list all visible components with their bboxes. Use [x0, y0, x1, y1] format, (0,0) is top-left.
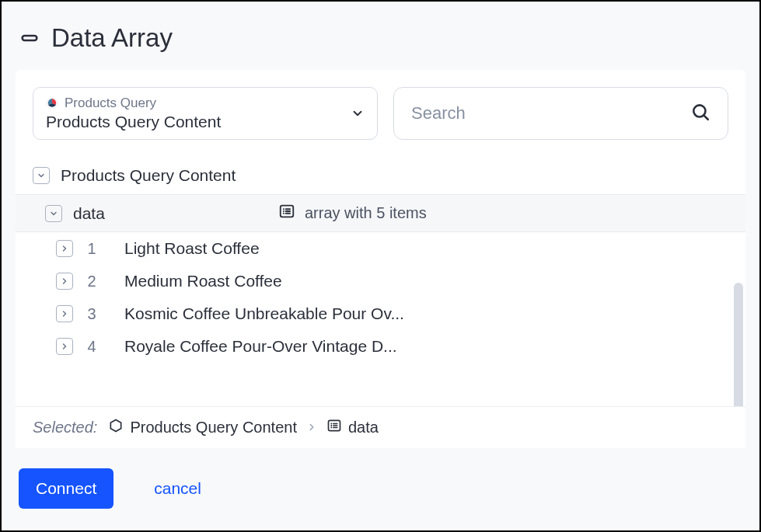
scrollbar[interactable]	[734, 283, 743, 406]
svg-rect-0	[23, 36, 37, 40]
search-icon	[690, 102, 710, 125]
collapse-toggle[interactable]	[45, 205, 62, 222]
svg-marker-11	[111, 420, 121, 432]
dialog-footer: Connect cancel	[2, 448, 759, 530]
expand-toggle[interactable]	[56, 338, 73, 355]
list-icon	[326, 418, 342, 437]
cancel-button[interactable]: cancel	[154, 479, 201, 498]
product-logo-icon	[46, 97, 58, 110]
collapse-toggle[interactable]	[33, 167, 50, 184]
breadcrumb: data	[326, 418, 379, 437]
expand-toggle[interactable]	[56, 273, 73, 290]
tree-data-row[interactable]: data array with 5 items	[16, 194, 745, 232]
dialog-header: Data Array	[2, 2, 759, 70]
item-name: Royale Coffee Pour-Over Vintage D...	[124, 337, 397, 356]
tree-item-row[interactable]: 3Kosmic Coffee Unbreakable Pour Ov...	[16, 297, 745, 330]
chevron-right-icon	[306, 419, 317, 436]
data-tree: Products Query Content data	[16, 155, 745, 406]
selected-bar: Selected: Products Query Content	[16, 406, 745, 448]
search-input[interactable]	[411, 103, 690, 123]
list-icon	[278, 203, 295, 224]
breadcrumb: Products Query Content	[108, 418, 297, 437]
controls-row: Products Query Products Query Content	[16, 70, 745, 155]
item-name: Kosmic Coffee Unbreakable Pour Ov...	[124, 304, 404, 323]
item-name: Medium Roast Coffee	[124, 272, 282, 290]
array-summary: array with 5 items	[278, 203, 427, 224]
search-box[interactable]	[393, 87, 728, 140]
svg-line-3	[704, 116, 708, 120]
dropdown-value: Products Query Content	[46, 113, 221, 131]
expand-toggle[interactable]	[56, 305, 73, 322]
tree-item-row[interactable]: 2Medium Roast Coffee	[16, 265, 745, 297]
tree-item-row[interactable]: 4Royale Coffee Pour-Over Vintage D...	[16, 330, 745, 363]
main-panel: Products Query Products Query Content	[16, 70, 745, 448]
source-dropdown[interactable]: Products Query Products Query Content	[33, 87, 378, 140]
tree-item-row[interactable]: 1Light Roast Coffee	[16, 232, 745, 265]
hexagon-icon	[108, 418, 124, 437]
item-index: 2	[84, 273, 99, 290]
tree-data-key: data	[73, 204, 267, 223]
chevron-down-icon	[351, 106, 365, 120]
connect-button[interactable]: Connect	[19, 468, 113, 509]
dropdown-label: Products Query	[65, 96, 156, 111]
item-index: 3	[84, 305, 99, 323]
selected-label: Selected:	[33, 419, 97, 436]
item-index: 4	[84, 338, 99, 356]
item-index: 1	[84, 240, 99, 258]
dialog-title: Data Array	[51, 23, 173, 53]
item-name: Light Roast Coffee	[124, 239, 260, 258]
tree-root-row[interactable]: Products Query Content	[16, 155, 745, 194]
expand-toggle[interactable]	[56, 240, 73, 257]
tree-root-label: Products Query Content	[61, 166, 236, 185]
link-icon	[19, 27, 40, 49]
